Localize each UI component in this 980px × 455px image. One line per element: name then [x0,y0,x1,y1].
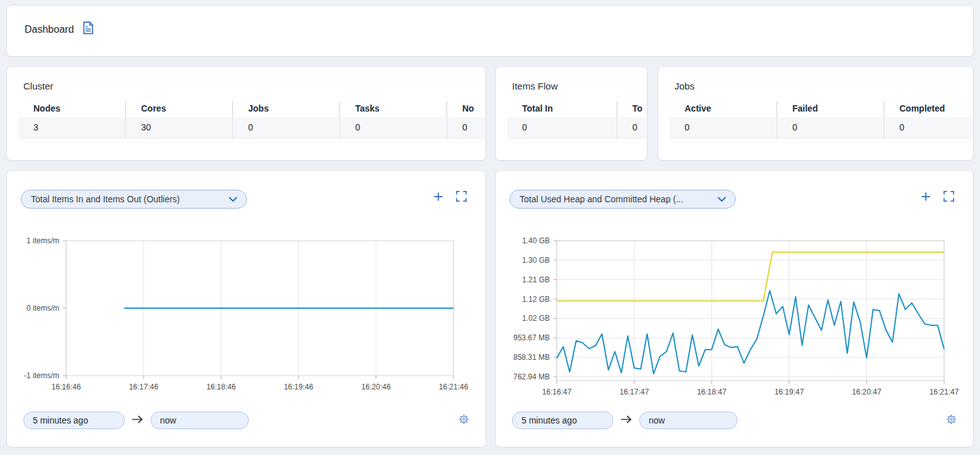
column-header: Cores [125,101,232,117]
time-from-input[interactable] [23,412,125,429]
cell-value: 0 [232,117,339,138]
cluster-table-header: Nodes Cores Jobs Tasks No [18,101,486,117]
x-axis-tick-label: 16:19:47 [761,388,818,396]
column-header: Nodes [18,101,125,117]
y-axis-tick-label: -1 items/m [7,371,59,380]
table-row: 0 0 [507,117,647,139]
plus-icon [433,192,443,204]
cell-value: 0 [669,117,777,138]
x-axis-tick-label: 16:20:46 [348,383,404,391]
x-axis-tick-label: 16:21:46 [425,383,482,391]
series-committed-heap [557,252,944,301]
column-header: Failed [777,101,884,117]
metric-dropdown-label: Total Used Heap and Committed Heap (... [520,194,683,204]
series-used-heap [557,291,944,374]
jobs-card: Jobs Active Failed Completed 0 0 0 [658,66,974,161]
arrow-right-icon [132,415,144,427]
cell-value: 0 [884,117,974,138]
y-axis-tick-label: 1.02 GB [496,314,550,323]
column-header: Total In [507,101,617,117]
x-axis-tick-label: 16:20:47 [838,388,895,396]
metric-dropdown-label: Total Items In and Items Out (Outliers) [31,194,180,204]
x-axis-tick-label: 16:17:46 [115,383,172,391]
fullscreen-button[interactable] [456,191,467,204]
x-axis-tick-label: 16:21:47 [916,388,972,396]
y-axis-tick-label: 762.94 MB [496,372,550,381]
cell-value: 0 [447,117,486,138]
column-header: To [617,101,647,117]
add-chart-button[interactable] [433,192,443,204]
cluster-table: Nodes Cores Jobs Tasks No 3 30 0 0 0 [18,101,486,139]
chevron-down-icon [229,193,237,205]
expand-icon [456,191,467,204]
table-row: 0 0 0 [669,117,974,139]
y-axis-tick-label: 1.12 GB [496,295,550,304]
fullscreen-button[interactable] [943,191,954,204]
document-icon[interactable] [83,21,94,37]
y-axis-tick-label: 953.67 MB [496,333,550,342]
cell-value: 30 [125,117,232,138]
items-chart-panel: Total Items In and Items Out (Outliers) … [6,170,486,447]
chart-svg [7,171,486,447]
chart-settings-button[interactable] [459,414,469,427]
x-axis-tick-label: 16:18:46 [193,383,249,391]
metric-dropdown[interactable]: Total Items In and Items Out (Outliers) [21,190,247,209]
y-axis-tick-label: 1 items/m [7,236,59,245]
column-header: Active [669,101,777,117]
y-axis-tick-label: 1.30 GB [496,256,550,265]
chart-settings-button[interactable] [946,414,957,427]
metric-dropdown[interactable]: Total Used Heap and Committed Heap (... [510,190,736,209]
jobs-table: Active Failed Completed 0 0 0 [669,101,974,139]
items-chart: 1 items/m0 items/m-1 items/m16:16:4616:1… [7,171,486,447]
gear-icon [946,414,957,427]
chart-svg [496,171,973,447]
y-axis-tick-label: 858.31 MB [496,353,550,362]
y-axis-tick-label: 1.40 GB [496,236,550,245]
x-axis-tick-label: 16:16:46 [38,383,94,391]
x-axis-tick-label: 16:16:47 [528,388,585,396]
jobs-table-header: Active Failed Completed [669,101,974,117]
expand-icon [943,191,954,204]
column-header: Completed [884,101,974,117]
column-header: Jobs [232,101,339,117]
table-row: 3 30 0 0 0 [18,117,486,139]
arrow-right-icon [620,415,632,427]
heap-chart: 1.40 GB1.30 GB1.21 GB1.12 GB1.02 GB953.6… [496,171,973,447]
add-chart-button[interactable] [921,192,931,204]
cell-value: 0 [339,117,447,138]
column-header: No [447,101,486,117]
items-flow-card: Items Flow Total In To 0 0 [495,66,647,161]
page-title: Dashboard [25,24,74,35]
items-flow-title: Items Flow [512,81,647,91]
x-axis-tick-label: 16:18:47 [683,388,740,396]
x-axis-tick-label: 16:17:47 [606,388,663,396]
chevron-down-icon [717,193,726,205]
gear-icon [459,414,469,427]
y-axis-tick-label: 1.21 GB [496,275,550,284]
items-flow-table: Total In To 0 0 [507,101,647,139]
cell-value: 0 [507,117,617,138]
plus-icon [921,192,931,204]
x-axis-tick-label: 16:19:46 [270,383,327,391]
cluster-title: Cluster [23,81,486,91]
y-axis-tick-label: 0 items/m [7,304,59,313]
time-from-input[interactable] [512,412,613,429]
jobs-title: Jobs [675,81,973,91]
column-header: Tasks [339,101,447,117]
items-flow-table-header: Total In To [507,101,647,117]
cell-value: 0 [777,117,884,138]
title-card: Dashboard [6,5,974,57]
cluster-card: Cluster Nodes Cores Jobs Tasks No 3 30 0… [6,66,486,161]
time-to-input[interactable] [151,412,249,429]
cell-value: 3 [18,117,125,138]
cell-value: 0 [617,117,647,138]
heap-chart-panel: Total Used Heap and Committed Heap (... … [495,170,974,447]
time-to-input[interactable] [639,412,738,429]
